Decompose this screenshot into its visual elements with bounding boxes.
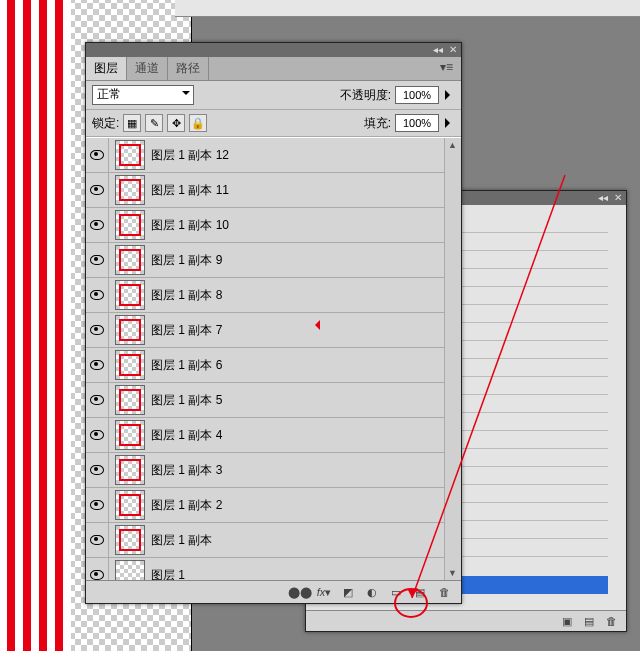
- layer-thumbnail[interactable]: [115, 490, 145, 520]
- collapse-icon[interactable]: ◂◂: [598, 193, 608, 203]
- layer-name-label[interactable]: 图层 1 副本 8: [151, 287, 222, 304]
- layer-row[interactable]: 图层 1 副本 12: [86, 138, 445, 173]
- layer-thumbnail[interactable]: [115, 420, 145, 450]
- layer-list[interactable]: 图层 1 副本 12图层 1 副本 11图层 1 副本 10图层 1 副本 9图…: [86, 137, 461, 580]
- layer-mask-icon[interactable]: ◩: [341, 585, 355, 599]
- layer-thumbnail[interactable]: [115, 245, 145, 275]
- eye-icon: [90, 150, 104, 160]
- layer-name-label[interactable]: 图层 1 副本 5: [151, 392, 222, 409]
- layer-row[interactable]: 图层 1 副本 11: [86, 173, 445, 208]
- link-layers-icon[interactable]: ⬤⬤: [293, 585, 307, 599]
- adjustment-layer-icon[interactable]: ◐: [365, 585, 379, 599]
- opacity-label: 不透明度:: [340, 87, 391, 104]
- layer-name-label[interactable]: 图层 1 副本 4: [151, 427, 222, 444]
- visibility-toggle[interactable]: [86, 348, 109, 382]
- tab-paths[interactable]: 路径: [168, 57, 209, 80]
- collapse-icon[interactable]: ◂◂: [433, 45, 443, 55]
- visibility-toggle[interactable]: [86, 278, 109, 312]
- delete-layer-icon[interactable]: 🗑: [437, 585, 451, 599]
- new-snapshot-icon[interactable]: ▣: [560, 614, 574, 628]
- layer-name-label[interactable]: 图层 1 副本 3: [151, 462, 222, 479]
- lock-transparent-icon[interactable]: ▦: [123, 114, 141, 132]
- layer-thumbnail[interactable]: [115, 175, 145, 205]
- layer-thumbnail[interactable]: [115, 350, 145, 380]
- layer-name-label[interactable]: 图层 1 副本 10: [151, 217, 229, 234]
- fill-flyout-icon[interactable]: [445, 118, 455, 128]
- eye-icon: [90, 395, 104, 405]
- ruler-horizontal: [175, 0, 640, 17]
- panel-menu-icon[interactable]: ▾≡: [432, 57, 461, 80]
- layer-name-label[interactable]: 图层 1 副本 9: [151, 252, 222, 269]
- visibility-toggle[interactable]: [86, 313, 109, 347]
- layer-name-label[interactable]: 图层 1 副本 11: [151, 182, 229, 199]
- opacity-flyout-icon[interactable]: [445, 90, 455, 100]
- layer-row[interactable]: 图层 1 副本 5: [86, 383, 445, 418]
- lock-pixels-icon[interactable]: ✎: [145, 114, 163, 132]
- close-icon[interactable]: ✕: [449, 45, 457, 55]
- layer-row[interactable]: 图层 1 副本 7: [86, 313, 445, 348]
- opacity-field[interactable]: 100%: [395, 86, 439, 104]
- annotation-circle: [394, 588, 428, 618]
- layer-row[interactable]: 图层 1 副本 2: [86, 488, 445, 523]
- eye-icon: [90, 220, 104, 230]
- layer-style-icon[interactable]: fx▾: [317, 585, 331, 599]
- history-footer: ▣ ▤ 🗑: [306, 610, 626, 631]
- panel-tabs: 图层 通道 路径 ▾≡: [86, 57, 461, 81]
- scroll-down-icon[interactable]: ▼: [448, 568, 457, 578]
- layers-panel-titlebar[interactable]: ◂◂ ✕: [86, 43, 461, 57]
- layer-row[interactable]: 图层 1 副本 6: [86, 348, 445, 383]
- layer-thumbnail[interactable]: [115, 315, 145, 345]
- blend-mode-select[interactable]: 正常: [92, 85, 194, 105]
- layer-row[interactable]: 图层 1 副本 9: [86, 243, 445, 278]
- scroll-up-icon[interactable]: ▲: [448, 140, 457, 150]
- layer-name-label[interactable]: 图层 1: [151, 567, 185, 581]
- trash-icon[interactable]: 🗑: [604, 614, 618, 628]
- visibility-toggle[interactable]: [86, 418, 109, 452]
- fill-label: 填充:: [364, 115, 391, 132]
- layer-name-label[interactable]: 图层 1 副本 6: [151, 357, 222, 374]
- layer-thumbnail[interactable]: [115, 525, 145, 555]
- new-doc-icon[interactable]: ▤: [582, 614, 596, 628]
- layer-row[interactable]: 图层 1 副本 8: [86, 278, 445, 313]
- eye-icon: [90, 290, 104, 300]
- tab-layers[interactable]: 图层: [86, 57, 127, 80]
- layer-name-label[interactable]: 图层 1 副本: [151, 532, 212, 549]
- lock-fill-row: 锁定: ▦ ✎ ✥ 🔒 填充: 100%: [86, 110, 461, 137]
- layers-panel[interactable]: ◂◂ ✕ 图层 通道 路径 ▾≡ 正常 不透明度: 100% 锁定: ▦ ✎ ✥…: [85, 42, 462, 604]
- eye-icon: [90, 465, 104, 475]
- layer-name-label[interactable]: 图层 1 副本 7: [151, 322, 222, 339]
- eye-icon: [90, 430, 104, 440]
- layer-thumbnail[interactable]: [115, 455, 145, 485]
- layer-thumbnail[interactable]: [115, 280, 145, 310]
- layer-thumbnail[interactable]: [115, 560, 145, 580]
- layer-row[interactable]: 图层 1 副本 3: [86, 453, 445, 488]
- eye-icon: [90, 535, 104, 545]
- layer-name-label[interactable]: 图层 1 副本 2: [151, 497, 222, 514]
- eye-icon: [90, 360, 104, 370]
- layer-row[interactable]: 图层 1 副本 10: [86, 208, 445, 243]
- close-icon[interactable]: ✕: [614, 193, 622, 203]
- visibility-toggle[interactable]: [86, 488, 109, 522]
- eye-icon: [90, 570, 104, 580]
- layer-thumbnail[interactable]: [115, 385, 145, 415]
- visibility-toggle[interactable]: [86, 243, 109, 277]
- lock-position-icon[interactable]: ✥: [167, 114, 185, 132]
- layer-thumbnail[interactable]: [115, 140, 145, 170]
- tab-channels[interactable]: 通道: [127, 57, 168, 80]
- layer-row[interactable]: 图层 1 副本 4: [86, 418, 445, 453]
- layer-row[interactable]: 图层 1: [86, 558, 445, 580]
- fill-field[interactable]: 100%: [395, 114, 439, 132]
- visibility-toggle[interactable]: [86, 558, 109, 580]
- visibility-toggle[interactable]: [86, 138, 109, 172]
- layer-thumbnail[interactable]: [115, 210, 145, 240]
- visibility-toggle[interactable]: [86, 208, 109, 242]
- visibility-toggle[interactable]: [86, 523, 109, 557]
- visibility-toggle[interactable]: [86, 173, 109, 207]
- eye-icon: [90, 500, 104, 510]
- visibility-toggle[interactable]: [86, 383, 109, 417]
- layer-name-label[interactable]: 图层 1 副本 12: [151, 147, 229, 164]
- layer-scrollbar[interactable]: ▲ ▼: [444, 138, 461, 580]
- layer-row[interactable]: 图层 1 副本: [86, 523, 445, 558]
- lock-all-icon[interactable]: 🔒: [189, 114, 207, 132]
- visibility-toggle[interactable]: [86, 453, 109, 487]
